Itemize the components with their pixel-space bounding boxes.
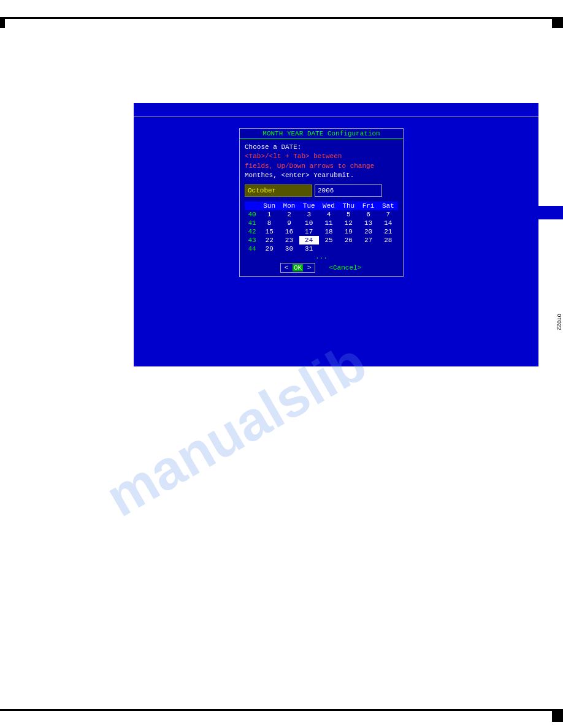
calendar-day[interactable]: 25 bbox=[319, 236, 339, 245]
calendar-day bbox=[378, 245, 398, 253]
calendar-day[interactable]: 1 bbox=[259, 210, 279, 219]
calendar-day[interactable]: 20 bbox=[358, 227, 378, 236]
date-config-dialog: MONTH YEAR DATE Configuration Choose a D… bbox=[239, 128, 404, 277]
calendar-table: Sun Mon Tue Wed Thu Fri Sat 401234567418… bbox=[245, 202, 398, 253]
calendar-day[interactable]: 26 bbox=[339, 236, 358, 245]
calendar-day[interactable]: 8 bbox=[259, 219, 279, 227]
year-input[interactable] bbox=[315, 184, 382, 197]
week-number: 41 bbox=[245, 219, 259, 227]
wed-header: Wed bbox=[319, 202, 339, 210]
calendar-day[interactable]: 21 bbox=[378, 227, 398, 236]
calendar-day[interactable]: 5 bbox=[339, 210, 358, 219]
week-number: 44 bbox=[245, 245, 259, 253]
calendar-day[interactable]: 4 bbox=[319, 210, 339, 219]
week-col-header bbox=[245, 202, 259, 210]
ok-button[interactable]: < OK > bbox=[280, 263, 316, 273]
calendar-day[interactable]: 6 bbox=[358, 210, 378, 219]
calendar-day[interactable]: 18 bbox=[319, 227, 339, 236]
thu-header: Thu bbox=[339, 202, 358, 210]
calendar-day bbox=[339, 245, 358, 253]
calendar-day[interactable]: 10 bbox=[299, 219, 319, 227]
calendar-day[interactable]: 12 bbox=[339, 219, 358, 227]
button-row: < OK > <Cancel> bbox=[245, 263, 398, 273]
calendar-day[interactable]: 13 bbox=[358, 219, 378, 227]
calendar-day[interactable]: 11 bbox=[319, 219, 339, 227]
week-number: 43 bbox=[245, 236, 259, 245]
dialog-body: Choose a DATE: <Tab>/<lt + Tab> between … bbox=[240, 139, 403, 276]
calendar-day[interactable]: 27 bbox=[358, 236, 378, 245]
calendar-day bbox=[319, 245, 339, 253]
tue-header: Tue bbox=[299, 202, 319, 210]
calendar-day[interactable]: 23 bbox=[279, 236, 299, 245]
calendar-day[interactable]: 16 bbox=[279, 227, 299, 236]
instructions-text: Choose a DATE: <Tab>/<lt + Tab> between … bbox=[245, 143, 398, 181]
calendar-day[interactable]: 17 bbox=[299, 227, 319, 236]
calendar-day[interactable]: 31 bbox=[299, 245, 319, 253]
top-left-square bbox=[0, 17, 5, 28]
calendar-day[interactable]: 19 bbox=[339, 227, 358, 236]
calendar-day[interactable]: 15 bbox=[259, 227, 279, 236]
sat-header: Sat bbox=[378, 202, 398, 210]
cancel-button[interactable]: <Cancel> bbox=[327, 263, 362, 273]
calendar-day bbox=[358, 245, 378, 253]
bottom-border bbox=[0, 709, 563, 711]
dialog-title: MONTH YEAR DATE Configuration bbox=[240, 129, 403, 139]
mon-header: Mon bbox=[279, 202, 299, 210]
calendar-day[interactable]: 7 bbox=[378, 210, 398, 219]
sun-header: Sun bbox=[259, 202, 279, 210]
calendar-day[interactable]: 9 bbox=[279, 219, 299, 227]
ok-text: OK bbox=[293, 264, 303, 271]
calendar-day[interactable]: 28 bbox=[378, 236, 398, 245]
input-row bbox=[245, 184, 398, 197]
top-right-square bbox=[552, 17, 563, 28]
week-number: 42 bbox=[245, 227, 259, 236]
calendar-day[interactable]: 22 bbox=[259, 236, 279, 245]
calendar-day[interactable]: 30 bbox=[279, 245, 299, 253]
calendar-day[interactable]: 3 bbox=[299, 210, 319, 219]
side-label: OTO22 bbox=[554, 313, 563, 332]
calendar-day[interactable]: 24 bbox=[299, 236, 319, 245]
bottom-right-square bbox=[552, 711, 563, 722]
top-border bbox=[0, 17, 563, 19]
calendar-day[interactable]: 29 bbox=[259, 245, 279, 253]
calendar-day[interactable]: 2 bbox=[279, 210, 299, 219]
week-number: 40 bbox=[245, 210, 259, 219]
terminal-screen: Cisco Video Portal AAI MONTH YEAR DATE C… bbox=[134, 103, 538, 366]
month-input[interactable] bbox=[245, 184, 312, 197]
fri-header: Fri bbox=[358, 202, 378, 210]
ok-ellipsis: ... bbox=[245, 253, 398, 260]
calendar-day[interactable]: 14 bbox=[378, 219, 398, 227]
